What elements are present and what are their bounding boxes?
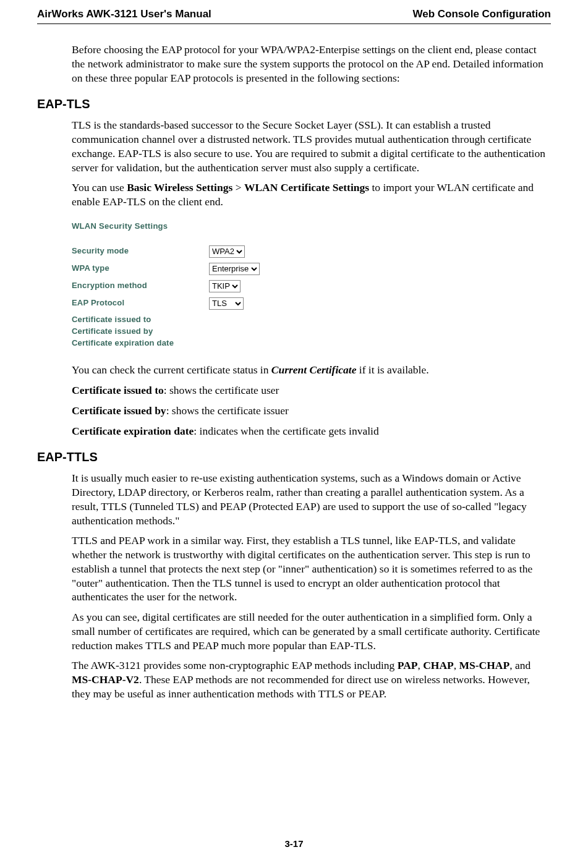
document-page: AirWorks AWK-3121 User's Manual Web Cons… <box>0 0 588 868</box>
label-security-mode: Security mode <box>72 246 209 257</box>
eap-tls-p2: You can use Basic Wireless Settings > WL… <box>72 181 551 209</box>
row-encryption: Encryption method TKIP <box>72 280 338 292</box>
header-left: AirWorks AWK-3121 User's Manual <box>37 7 211 21</box>
text: : indicates when the certificate gets in… <box>194 425 378 437</box>
row-eap-protocol: EAP Protocol TLS <box>72 297 338 310</box>
select-encryption[interactable]: TKIP <box>209 280 241 292</box>
bold-mschapv2: MS-CHAP-V2 <box>72 673 139 686</box>
text: > <box>232 181 244 194</box>
bold-wlan-cert: WLAN Certificate Settings <box>244 181 369 194</box>
text: : shows the certificate issuer <box>166 404 289 417</box>
cert-issued-by-line: Certificate issued by: shows the certifi… <box>72 404 551 418</box>
row-security-mode: Security mode WPA2 <box>72 245 338 258</box>
eap-tls-heading: EAP-TLS <box>37 96 551 112</box>
eap-ttls-p2: TTLS and PEAP work in a similar way. Fir… <box>72 534 551 604</box>
bold-pap: PAP <box>398 659 418 671</box>
cert-issued-to-line: Certificate issued to: shows the certifi… <box>72 383 551 398</box>
emph-current-cert: Current Certificate <box>271 364 357 376</box>
eap-ttls-heading: EAP-TTLS <box>37 449 551 465</box>
bold: Certificate issued by <box>72 404 166 417</box>
label-eap-protocol: EAP Protocol <box>72 298 209 308</box>
bold: Certificate expiration date <box>72 425 194 437</box>
label-encryption: Encryption method <box>72 281 209 291</box>
text: , <box>417 659 423 671</box>
text: . These EAP methods are not recommended … <box>72 673 530 700</box>
cert-exp-line: Certificate expiration date: indicates w… <box>72 424 551 438</box>
text: , and <box>509 659 530 671</box>
bold: Certificate issued to <box>72 384 164 396</box>
bold-basic-wireless: Basic Wireless Settings <box>127 181 232 194</box>
page-number: 3-17 <box>0 838 588 850</box>
text: , <box>454 659 459 671</box>
select-security-mode[interactable]: WPA2 <box>209 245 245 258</box>
eap-tls-p1: TLS is the standards-based successor to … <box>72 118 551 174</box>
text: You can use <box>72 181 127 194</box>
text: : shows the certificate user <box>164 384 279 396</box>
bold-chap: CHAP <box>423 659 454 671</box>
header-right: Web Console Configuration <box>412 7 551 21</box>
text: The AWK-3121 provides some non-cryptogra… <box>72 659 398 671</box>
row-cert-by: Certificate issued by <box>72 326 338 337</box>
label-cert-to: Certificate issued to <box>72 315 209 325</box>
label-wpa-type: WPA type <box>72 263 209 274</box>
eap-ttls-p3: As you can see, digital certificates are… <box>72 610 551 652</box>
eap-ttls-p4: The AWK-3121 provides some non-cryptogra… <box>72 658 551 700</box>
page-header: AirWorks AWK-3121 User's Manual Web Cons… <box>37 7 551 24</box>
text: You can check the current certificate st… <box>72 364 271 376</box>
bold-mschap: MS-CHAP <box>459 659 510 671</box>
select-wpa-type[interactable]: Enterprise <box>209 263 260 275</box>
eap-ttls-p1: It is usually much easier to re-use exis… <box>72 471 551 527</box>
text: if it is available. <box>356 364 428 376</box>
screenshot-title: WLAN Security Settings <box>72 221 338 232</box>
label-cert-by: Certificate issued by <box>72 326 209 337</box>
select-eap-protocol[interactable]: TLS <box>209 297 244 310</box>
eap-tls-p3: You can check the current certificate st… <box>72 363 551 377</box>
intro-paragraph: Before choosing the EAP protocol for you… <box>72 43 551 85</box>
row-cert-exp: Certificate expiration date <box>72 338 338 349</box>
page-content: Before choosing the EAP protocol for you… <box>37 43 551 701</box>
row-wpa-type: WPA type Enterprise <box>72 263 338 275</box>
label-cert-exp: Certificate expiration date <box>72 338 174 349</box>
row-cert-to: Certificate issued to <box>72 315 338 325</box>
wlan-security-screenshot: WLAN Security Settings Security mode WPA… <box>66 215 338 355</box>
